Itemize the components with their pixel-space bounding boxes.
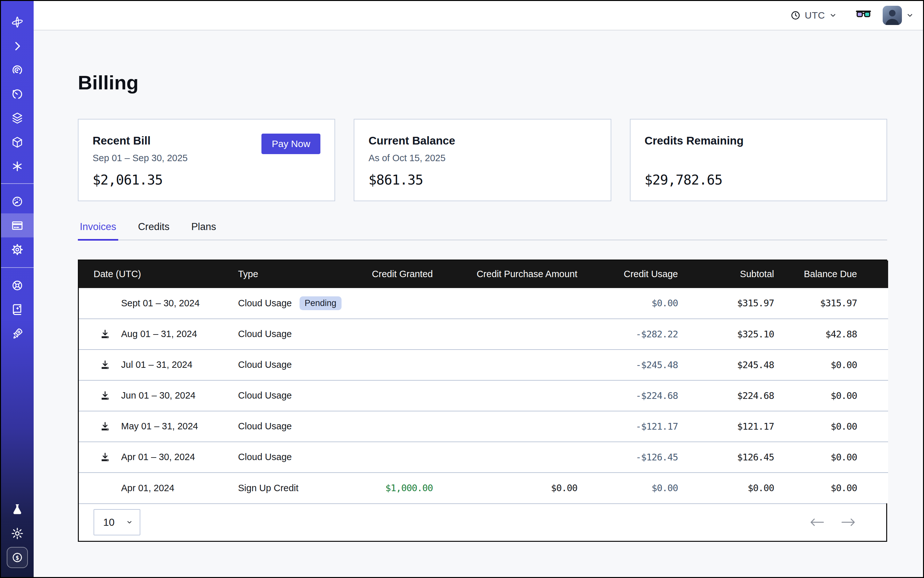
tab-credits[interactable]: Credits [136, 221, 171, 240]
sidebar-divider [1, 267, 34, 268]
sidebar-item-logo-mark[interactable] [1, 10, 34, 34]
billing-card-icon [11, 219, 24, 232]
svg-text:$: $ [15, 554, 19, 561]
flask-icon [11, 503, 24, 516]
column-header-date-utc: Date (UTC) [79, 260, 213, 288]
subtotal-cell: $0.00 [682, 472, 778, 503]
sidebar-item-settings-gear[interactable] [1, 237, 34, 261]
summary-cards: Recent Bill Sep 01 – Sep 30, 2025 $2,061… [78, 119, 887, 201]
sidebar-item-cube[interactable] [1, 130, 34, 154]
timezone-chevron-icon [829, 11, 837, 19]
download-invoice-icon[interactable] [99, 390, 111, 401]
column-header-subtotal: Subtotal [682, 260, 778, 288]
invoice-date-cell: Sept 01 – 30, 2024 [79, 288, 213, 319]
column-header-type: Type [213, 260, 337, 288]
card-subtitle: As of Oct 15, 2025 [369, 153, 445, 163]
credit-usage-cell: $0.00 [581, 472, 682, 503]
next-page-arrow-icon[interactable] [841, 517, 856, 528]
timezone-label: UTC [805, 10, 825, 21]
support-wheel-icon [11, 279, 24, 292]
clock-icon [790, 10, 801, 21]
sidebar-item-dollar-badge[interactable]: $ [1, 546, 34, 569]
recent-bill-amount: $2,061.35 [93, 172, 163, 188]
user-avatar[interactable] [883, 6, 902, 25]
balance-due-cell: $315.97 [778, 288, 888, 319]
invoice-type: Cloud Usage [238, 359, 292, 370]
sidebar-item-observability[interactable] [1, 58, 34, 82]
prev-page-arrow-icon[interactable] [810, 517, 824, 528]
timezone-selector[interactable]: UTC [790, 10, 837, 21]
credit-purchase-cell [437, 380, 581, 411]
sidebar-item-collapse-sidebar[interactable] [1, 34, 34, 58]
invoice-date-cell: Jul 01 – 31, 2024 [79, 349, 213, 380]
gauge-icon [11, 195, 24, 208]
sidebar-item-layers[interactable] [1, 106, 34, 130]
credit-usage-cell: -$282.22 [581, 319, 682, 349]
cube-icon [11, 136, 24, 149]
invoice-row: Jun 01 – 30, 2024Cloud Usage-$224.68$224… [79, 380, 888, 411]
glasses-icon[interactable] [856, 10, 871, 21]
pay-now-button[interactable]: Pay Now [261, 134, 320, 154]
invoice-type: Cloud Usage [238, 452, 292, 462]
credit-granted-cell [337, 442, 437, 472]
sidebar-item-support-wheel[interactable] [1, 273, 34, 297]
download-invoice-icon[interactable] [99, 451, 111, 463]
invoice-row: May 01 – 31, 2024Cloud Usage-$121.17$121… [79, 411, 888, 442]
sidebar-item-sun[interactable] [1, 521, 34, 546]
credits-remaining-card: Credits Remaining $29,782.65 [630, 119, 887, 201]
invoice-date-cell: Apr 01, 2024 [79, 472, 213, 503]
credit-granted-cell [337, 380, 437, 411]
sidebar-item-rocket[interactable] [1, 321, 34, 346]
download-invoice-icon[interactable] [99, 328, 111, 340]
sidebar: $ [1, 1, 34, 577]
invoice-type-cell: Cloud Usage [213, 349, 337, 380]
page-title: Billing [78, 73, 887, 93]
download-spacer [99, 297, 121, 309]
credit-usage-cell: $0.00 [581, 288, 682, 319]
credit-purchase-cell [437, 319, 581, 349]
framed-icon-box: $ [7, 547, 28, 568]
column-header-credit-purchase-amount: Credit Purchase Amount [437, 260, 581, 288]
layers-icon [11, 112, 24, 125]
user-menu-chevron-icon[interactable] [906, 11, 914, 19]
sidebar-item-docs-book[interactable] [1, 297, 34, 321]
card-title: Current Balance [369, 134, 455, 147]
billing-tabs: Invoices Credits Plans [78, 221, 887, 240]
card-title: Recent Bill [93, 134, 151, 147]
invoice-date-cell: Apr 01 – 30, 2024 [79, 442, 213, 472]
download-invoice-icon[interactable] [99, 359, 111, 371]
invoice-row: Sept 01 – 30, 2024Cloud UsagePending$0.0… [79, 288, 888, 319]
credit-granted-cell: $1,000.00 [337, 472, 437, 503]
invoice-date: Jun 01 – 30, 2024 [121, 390, 195, 401]
collapse-sidebar-icon [11, 39, 24, 53]
subtotal-cell: $325.10 [682, 319, 778, 349]
credit-usage-cell: -$126.45 [581, 442, 682, 472]
invoice-row: Aug 01 – 31, 2024Cloud Usage-$282.22$325… [79, 319, 888, 349]
credit-usage-cell: -$224.68 [581, 380, 682, 411]
sidebar-bottom: $ [1, 497, 34, 577]
balance-due-cell: $0.00 [778, 380, 888, 411]
tab-invoices[interactable]: Invoices [78, 221, 118, 240]
credit-purchase-cell [437, 288, 581, 319]
sidebar-item-gauge[interactable] [1, 189, 34, 213]
page-size-select[interactable]: 10 [94, 509, 140, 536]
invoice-date-cell: Aug 01 – 31, 2024 [79, 319, 213, 349]
current-balance-card: Current Balance As of Oct 15, 2025 $861.… [354, 119, 611, 201]
table-pagination: 10 [79, 503, 886, 541]
status-badge: Pending [300, 296, 341, 310]
credit-granted-cell [337, 319, 437, 349]
card-subtitle: Sep 01 – Sep 30, 2025 [93, 153, 188, 163]
sidebar-divider [1, 183, 34, 184]
sidebar-item-billing-card[interactable] [1, 213, 34, 237]
tab-plans[interactable]: Plans [189, 221, 218, 240]
observability-icon [11, 63, 24, 77]
download-invoice-icon[interactable] [99, 421, 111, 432]
docs-book-icon [11, 303, 24, 316]
sidebar-item-history[interactable] [1, 82, 34, 106]
page-size-chevron-icon [126, 518, 133, 526]
invoice-date-cell: May 01 – 31, 2024 [79, 411, 213, 442]
invoice-date: Aug 01 – 31, 2024 [121, 329, 197, 339]
subtotal-cell: $121.17 [682, 411, 778, 442]
sidebar-item-flask[interactable] [1, 497, 34, 521]
sidebar-item-asterisk[interactable] [1, 154, 34, 178]
